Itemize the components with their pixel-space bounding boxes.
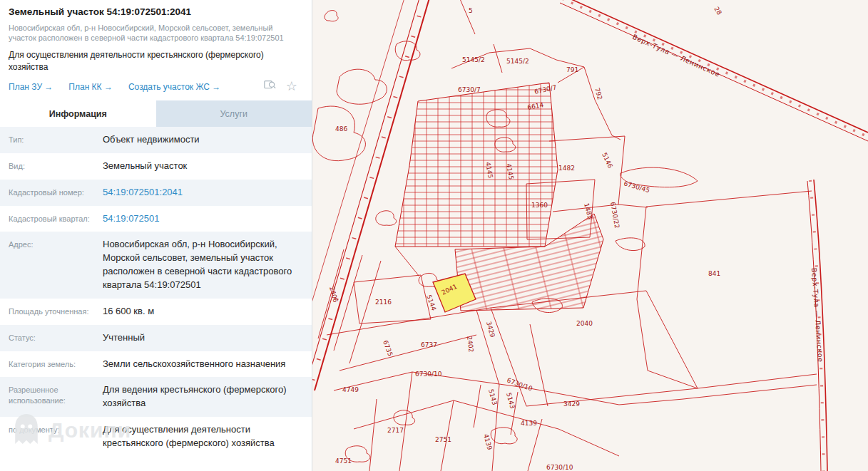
map-parcel-label: 2040 <box>576 320 593 327</box>
row-value: Учтенный <box>103 331 145 345</box>
map-parcel-label: 2751 <box>435 436 451 443</box>
info-rows: Тип: Объект недвижимости Вид: Земельный … <box>0 127 312 471</box>
map-parcel-label: 4751 <box>335 457 352 465</box>
panel-header: Земельный участок 54:19:072501:2041 Ново… <box>0 0 312 100</box>
row-label: Адрес: <box>9 238 103 291</box>
header-icons: ☆ <box>264 79 297 93</box>
tab-information[interactable]: Информация <box>0 100 156 127</box>
row-cadastral-block: Кадастровый квартал: 54:19:072501 <box>0 206 312 232</box>
map-parcel-label: 5 <box>469 7 473 14</box>
cadastral-block-link[interactable]: 54:19:072501 <box>103 212 160 226</box>
row-type: Тип: Объект недвижимости <box>0 127 312 153</box>
page-title: Земельный участок 54:19:072501:2041 <box>9 6 302 19</box>
plan-kk-link[interactable]: План КК → <box>68 82 113 92</box>
row-label: Категория земель: <box>9 358 103 371</box>
map-parcel-label: 4139 <box>521 420 537 427</box>
panel-tabs: Информация Услуги <box>0 100 312 127</box>
map-parcel-label: 6730/10 <box>415 371 442 378</box>
row-label: Статус: <box>9 331 103 345</box>
row-address: Адрес: Новосибирская обл, р-н Новосибирс… <box>0 232 312 298</box>
row-status: Статус: Учтенный <box>0 325 312 351</box>
row-permitted-use: Разрешенное использование: Для ведения к… <box>0 377 312 417</box>
map-parcel-label: 5145/2 <box>506 58 529 65</box>
usage-line: Для осуществления деятельности крестьянс… <box>9 49 302 73</box>
map-parcel-label: 5145/2 <box>462 56 485 63</box>
row-area: Площадь уточненная: 16 600 кв. м <box>0 299 312 325</box>
map-parcel-label: 841 <box>708 270 720 277</box>
row-cadastral-number: Кадастровый номер: 54:19:072501:2041 <box>0 180 312 206</box>
map-parcel-label: 2116 <box>375 299 392 306</box>
map-parcel-label: 1482 <box>558 165 575 172</box>
row-by-document: по документу: Для осуществления деятельн… <box>0 417 312 457</box>
map-parcel-label: 2717 <box>387 427 404 434</box>
row-label: по документу: <box>9 423 103 450</box>
row-value: Для осуществления деятельности крестьянс… <box>103 423 303 450</box>
row-label: Разрешенное использование: <box>9 383 103 410</box>
info-panel: Земельный участок 54:19:072501:2041 Ново… <box>0 0 312 471</box>
row-value: Земельный участок <box>103 160 187 173</box>
map-parcel-label: 6737 <box>421 341 437 348</box>
row-value: Объект недвижимости <box>103 133 200 147</box>
row-value: Для ведения крестьянского (фермерского) … <box>103 383 303 410</box>
row-label: Кадастровый квартал: <box>9 212 103 226</box>
row-label: Вид: <box>9 160 103 173</box>
map-parcel-label: 486 <box>335 125 347 133</box>
map-canvas: 5285145/25145/27917926730/76730/76614486… <box>312 0 868 471</box>
map-parcel-label: 1360 <box>531 202 548 209</box>
row-land-category: Категория земель: Земли сельскохозяйстве… <box>0 351 312 378</box>
cadastral-number-link[interactable]: 54:19:072501:2041 <box>103 186 183 200</box>
row-value: 16 600 кв. м <box>103 305 154 319</box>
object-subtitle: Новосибирская обл, р-н Новосибирский, Мо… <box>9 23 302 43</box>
map-parcel-label: 6730/7 <box>458 86 481 93</box>
row-value: Новосибирская обл, р-н Новосибирский, Мо… <box>103 238 303 291</box>
map-search-icon[interactable] <box>264 79 276 93</box>
row-label: Площадь уточненная: <box>9 305 103 319</box>
map-parcel-label: 791 <box>566 66 578 73</box>
row-value: Земли сельскохозяйственного назначения <box>103 358 285 371</box>
row-label: Тип: <box>9 133 103 147</box>
action-links-row: План ЗУ → План КК → Создать участок ЖС →… <box>9 81 302 100</box>
create-parcel-zhs-link[interactable]: Создать участок ЖС → <box>128 82 220 92</box>
row-kind: Вид: Земельный участок <box>0 153 312 180</box>
plan-zu-link[interactable]: План ЗУ → <box>9 82 53 92</box>
cadastral-map[interactable]: 5285145/25145/27917926730/76730/76614486… <box>312 0 868 471</box>
favorite-star-icon[interactable]: ☆ <box>286 80 297 93</box>
tab-services[interactable]: Услуги <box>156 100 312 127</box>
row-label: Кадастровый номер: <box>9 186 103 200</box>
map-parcel-label: 6730/10 <box>546 464 573 471</box>
map-parcel-label: 4749 <box>342 386 359 393</box>
map-parcel-label: 3429 <box>563 400 580 408</box>
